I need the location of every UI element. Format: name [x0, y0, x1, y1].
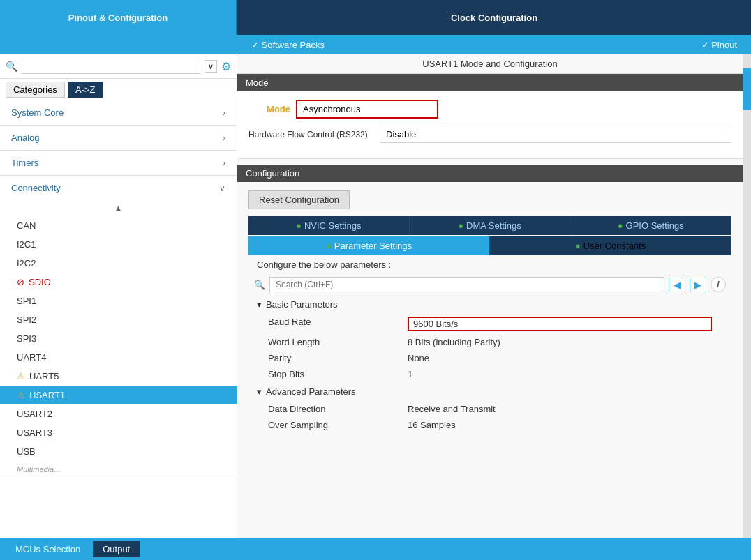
content-title-text: USART1 Mode and Configuration	[422, 59, 557, 69]
config-tab-row2: ● Parameter Settings ● User Constants	[248, 236, 731, 255]
search-params-bar: 🔍 ◀ ▶ i	[248, 274, 731, 295]
sidebar-item-can[interactable]: CAN	[0, 216, 237, 235]
data-direction-value: Receive and Transmit	[408, 404, 712, 414]
chevron-icon: ›	[223, 108, 225, 118]
reset-btn-label: Reset Configuration	[259, 195, 339, 205]
clock-configuration-header: Clock Configuration	[237, 0, 751, 35]
params-table: ▾ Basic Parameters Baud Rate 9600 Bits/s…	[248, 295, 731, 433]
param-row-word-length: Word Length 8 Bits (including Parity)	[257, 334, 723, 350]
tab-az-label: A->Z	[75, 84, 96, 95]
advanced-params-label: Advanced Parameters	[266, 386, 356, 397]
nav-next-button[interactable]: ▶	[690, 278, 706, 292]
chevron-down-icon: ▾	[257, 299, 262, 310]
analog-label: Analog	[11, 133, 39, 143]
param-label: Parameter Settings	[334, 241, 412, 251]
config-tab-row1: ● NVIC Settings ● DMA Settings ● GPIO Se…	[248, 216, 731, 235]
reset-configuration-button[interactable]: Reset Configuration	[248, 190, 350, 209]
spi2-label: SPI2	[17, 315, 36, 325]
sidebar-section-analog: Analog ›	[0, 126, 237, 151]
sidebar-item-usart2[interactable]: USART2	[0, 404, 237, 423]
output-label: Output	[103, 544, 130, 554]
chevron-down-icon: ▾	[257, 386, 262, 397]
sub-header-right: ✓ Software Packs ✓ Pinout	[237, 35, 751, 54]
parity-name: Parity	[268, 353, 408, 363]
search-params-icon: 🔍	[254, 280, 265, 290]
tab-dma-settings[interactable]: ● DMA Settings	[410, 216, 571, 235]
baud-rate-value: 9600 Bits/s	[408, 317, 712, 331]
software-packs-button[interactable]: ✓ Software Packs	[251, 40, 325, 50]
param-check-icon: ●	[326, 241, 332, 251]
data-direction-name: Data Direction	[268, 404, 408, 414]
search-dropdown[interactable]: ∨	[205, 60, 217, 73]
sidebar-item-usart3[interactable]: USART3	[0, 423, 237, 442]
nav-prev-button[interactable]: ◀	[669, 278, 685, 292]
hw-flow-label: Hardware Flow Control (RS232)	[248, 130, 374, 139]
param-row-stop-bits: Stop Bits 1	[257, 366, 723, 382]
sidebar-item-system-core[interactable]: System Core ›	[0, 100, 237, 125]
nvic-label: NVIC Settings	[304, 220, 362, 231]
content-area: USART1 Mode and Configuration Mode Mode …	[237, 54, 743, 538]
sidebar-item-connectivity[interactable]: Connectivity ∨	[0, 176, 237, 200]
pinout-configuration-header: Pinout & Configuration	[0, 0, 237, 35]
tab-categories-label: Categories	[13, 84, 57, 95]
sidebar-item-analog[interactable]: Analog ›	[0, 126, 237, 150]
i2c1-label: I2C1	[17, 239, 36, 250]
mode-row: Mode Asynchronous	[248, 100, 731, 119]
word-length-value: 8 Bits (including Parity)	[408, 337, 712, 347]
sidebar-item-uart4[interactable]: UART4	[0, 348, 237, 367]
usart1-label: USART1	[29, 390, 65, 400]
pinout-right-button[interactable]: ✓ Pinout	[701, 40, 737, 50]
search-icon: 🔍	[6, 61, 17, 72]
mode-section-header: Mode	[237, 74, 743, 91]
mode-select[interactable]: Asynchronous	[297, 101, 437, 117]
uart5-label: UART5	[29, 371, 59, 381]
sidebar-item-uart5[interactable]: ⚠ UART5	[0, 367, 237, 386]
basic-params-label: Basic Parameters	[266, 299, 338, 310]
over-sampling-value: 16 Samples	[408, 420, 712, 430]
sidebar-item-spi1[interactable]: SPI1	[0, 292, 237, 310]
bottom-tab-output[interactable]: Output	[93, 541, 140, 557]
sidebar-item-usart1[interactable]: ⚠ USART1	[0, 386, 237, 404]
sidebar-item-usb[interactable]: USB	[0, 442, 237, 461]
spi1-label: SPI1	[17, 296, 36, 306]
sidebar-item-i2c1[interactable]: I2C1	[0, 235, 237, 254]
sidebar-item-timers[interactable]: Timers ›	[0, 151, 237, 175]
system-core-label: System Core	[11, 107, 64, 118]
scroll-up-button[interactable]: ▲	[0, 200, 237, 216]
warning-icon: ⚠	[17, 390, 25, 400]
scrollbar-thumb[interactable]	[743, 68, 751, 110]
sidebar-item-i2c2[interactable]: I2C2	[0, 254, 237, 273]
sidebar-item-multimediadots: Multimedia...	[0, 461, 237, 478]
hw-flow-select[interactable]: Disable	[380, 126, 731, 143]
tab-nvic-settings[interactable]: ● NVIC Settings	[248, 216, 410, 235]
sidebar-item-spi2[interactable]: SPI2	[0, 310, 237, 329]
mcu-label: MCUs Selection	[15, 544, 80, 554]
mode-section: Mode Asynchronous Hardware Flow Control …	[237, 91, 743, 159]
config-header-label: Configuration	[246, 168, 299, 179]
sidebar-section-system-core: System Core ›	[0, 100, 237, 126]
search-params-input[interactable]	[269, 277, 664, 292]
gear-icon[interactable]: ⚙	[221, 60, 231, 73]
tab-parameter-settings[interactable]: ● Parameter Settings	[248, 236, 490, 255]
basic-params-group[interactable]: ▾ Basic Parameters	[257, 295, 723, 314]
tab-az[interactable]: A->Z	[68, 82, 103, 98]
stop-bits-name: Stop Bits	[268, 369, 408, 379]
sidebar-item-sdio[interactable]: ⊘ SDIO	[0, 273, 237, 292]
scrollbar-area	[743, 54, 751, 538]
chevron-icon: ›	[223, 158, 225, 168]
software-packs-label: ✓ Software Packs	[251, 40, 325, 50]
info-button[interactable]: i	[711, 277, 726, 292]
tab-gpio-settings[interactable]: ● GPIO Settings	[570, 216, 731, 235]
search-input[interactable]	[22, 59, 200, 74]
usart2-label: USART2	[17, 409, 52, 419]
bottom-tab-mcu[interactable]: MCUs Selection	[6, 541, 90, 557]
user-check-icon: ●	[575, 241, 581, 251]
params-header-text: Configure the below parameters :	[257, 259, 391, 270]
tab-categories[interactable]: Categories	[6, 82, 65, 98]
sidebar-item-spi3[interactable]: SPI3	[0, 329, 237, 348]
stop-bits-value: 1	[408, 369, 712, 379]
tab-user-constants[interactable]: ● User Constants	[490, 236, 731, 255]
pinout-label: Pinout & Configuration	[68, 13, 168, 23]
timers-label: Timers	[11, 158, 38, 168]
advanced-params-group[interactable]: ▾ Advanced Parameters	[257, 382, 723, 401]
